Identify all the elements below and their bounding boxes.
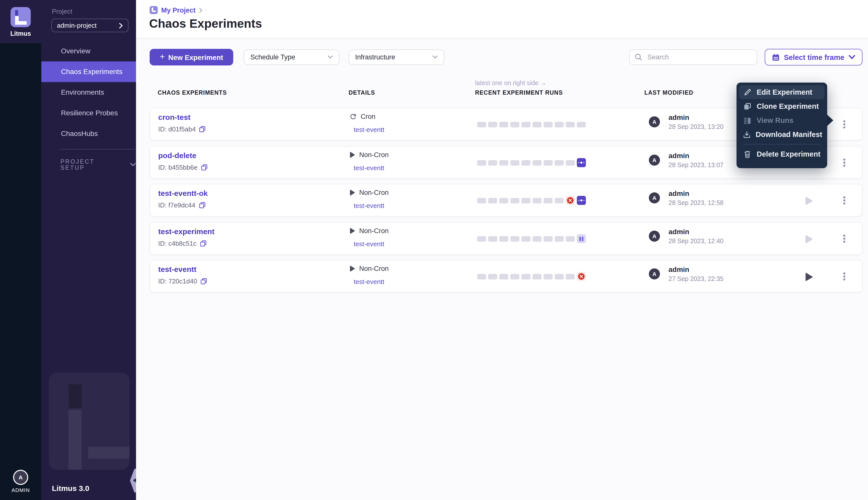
run-status-empty[interactable] — [543, 160, 553, 166]
experiment-name-link[interactable]: pod-delete — [158, 151, 196, 160]
row-menu-kebab-icon[interactable] — [841, 196, 848, 205]
run-status-empty[interactable] — [499, 236, 508, 241]
run-experiment-button[interactable] — [805, 235, 813, 244]
run-status-empty[interactable] — [510, 236, 519, 241]
run-status-empty[interactable] — [488, 236, 497, 241]
time-frame-button[interactable]: Select time frame — [765, 49, 863, 66]
user-avatar[interactable]: A — [13, 470, 28, 485]
run-status-empty[interactable] — [477, 274, 486, 279]
run-status-empty[interactable] — [488, 122, 497, 127]
run-status-empty[interactable] — [510, 198, 519, 203]
run-status-empty[interactable] — [499, 160, 508, 166]
run-status-empty[interactable] — [532, 160, 542, 166]
menu-item-clone-experiment[interactable]: Clone Experiment — [739, 99, 825, 113]
run-status-empty[interactable] — [543, 198, 553, 203]
run-status-empty[interactable] — [510, 274, 519, 279]
run-status-empty[interactable] — [566, 274, 575, 279]
chaoshub-link[interactable]: test-eventt — [354, 278, 384, 285]
run-status-empty[interactable] — [532, 236, 542, 241]
run-status-empty[interactable] — [477, 198, 486, 203]
run-status-empty[interactable] — [510, 160, 519, 166]
chaoshub-link[interactable]: test-eventt — [354, 164, 384, 172]
sidebar-item-chaoshubs[interactable]: ChaosHubs — [41, 123, 136, 144]
copy-icon[interactable] — [200, 240, 206, 247]
run-experiment-button[interactable] — [805, 272, 813, 282]
run-status-paused[interactable] — [577, 234, 586, 243]
menu-item-edit-experiment[interactable]: Edit Experiment — [739, 85, 825, 99]
run-status-empty[interactable] — [555, 236, 564, 241]
chaoshub-link[interactable]: test-eventt — [354, 240, 384, 248]
copy-icon[interactable] — [201, 278, 207, 284]
recent-runs — [477, 234, 586, 243]
project-selector[interactable]: admin-project — [52, 19, 128, 32]
run-status-empty[interactable] — [566, 160, 575, 166]
search-input[interactable] — [646, 53, 752, 61]
chaoshub-link[interactable]: test-eventt — [354, 202, 384, 209]
run-status-empty[interactable] — [488, 198, 497, 203]
run-status-empty[interactable] — [532, 274, 542, 279]
run-status-empty[interactable] — [499, 122, 508, 127]
experiment-name-link[interactable]: test-experiment — [158, 227, 214, 236]
row-menu-kebab-icon[interactable] — [841, 120, 848, 129]
new-experiment-button[interactable]: + New Experiment — [150, 49, 233, 66]
menu-item-delete-experiment[interactable]: Delete Experiment — [739, 147, 825, 161]
run-status-empty[interactable] — [566, 236, 575, 241]
schedule-type-dropdown[interactable]: Schedule Type — [244, 49, 340, 65]
infrastructure-dropdown[interactable]: Infrastructure — [349, 49, 444, 65]
schedule-type: Cron — [350, 113, 375, 120]
row-menu-kebab-icon[interactable] — [841, 272, 848, 282]
run-status-empty[interactable] — [566, 122, 575, 127]
project-setup-section[interactable]: PROJECT SETUP — [60, 159, 136, 171]
run-status-empty[interactable] — [477, 122, 486, 127]
experiment-name-link[interactable]: test-eventt-ok — [158, 189, 208, 197]
run-status-empty[interactable] — [488, 274, 497, 279]
row-menu-kebab-icon[interactable] — [841, 235, 848, 244]
cron-icon — [350, 113, 357, 120]
runs-list-icon — [743, 116, 752, 124]
run-status-empty[interactable] — [555, 160, 564, 166]
run-status-empty[interactable] — [555, 198, 564, 203]
experiment-name-link[interactable]: test-eventt — [158, 265, 196, 273]
run-status-empty[interactable] — [543, 274, 553, 279]
run-status-empty[interactable] — [499, 198, 508, 203]
run-status-empty[interactable] — [521, 160, 530, 166]
menu-item-view-runs[interactable]: View Runs — [739, 113, 825, 127]
run-status-empty[interactable] — [555, 274, 564, 279]
run-status-empty[interactable] — [488, 160, 497, 166]
sidebar-item-resilience-probes[interactable]: Resilience Probes — [41, 103, 136, 123]
run-status-empty[interactable] — [521, 198, 530, 203]
run-status-empty[interactable] — [499, 274, 508, 279]
run-status-empty[interactable] — [521, 236, 530, 241]
experiment-name-link[interactable]: cron-test — [158, 113, 190, 121]
run-status-empty[interactable] — [521, 122, 530, 127]
sidebar-item-chaos-experiments[interactable]: Chaos Experiments — [41, 61, 136, 82]
chaoshub-link[interactable]: test-eventt — [354, 126, 384, 134]
run-status-empty[interactable] — [577, 122, 586, 127]
chevron-right-icon — [199, 7, 203, 13]
run-status-empty[interactable] — [543, 122, 553, 127]
run-status-empty[interactable] — [532, 122, 542, 127]
run-status-empty[interactable] — [543, 236, 553, 241]
sidebar-item-overview[interactable]: Overview — [41, 41, 136, 61]
breadcrumb-my-project[interactable]: My Project — [161, 6, 196, 14]
run-status-failed[interactable] — [577, 272, 586, 281]
run-status-empty[interactable] — [477, 236, 486, 241]
run-status-empty[interactable] — [477, 160, 486, 166]
run-status-failed[interactable] — [566, 196, 575, 205]
run-status-empty[interactable] — [532, 198, 542, 203]
run-status-empty[interactable] — [521, 274, 530, 279]
sidebar-item-environments[interactable]: Environments — [41, 82, 136, 103]
litmus-logo-icon[interactable] — [11, 7, 31, 27]
modified-by: admin — [668, 228, 689, 236]
menu-item-download-manifest[interactable]: Download Manifest — [739, 127, 825, 141]
run-status-empty[interactable] — [510, 122, 519, 127]
run-experiment-button[interactable] — [805, 196, 813, 205]
run-status-running[interactable] — [577, 196, 586, 205]
row-menu-kebab-icon[interactable] — [841, 159, 848, 168]
run-status-empty[interactable] — [555, 122, 564, 127]
chevron-right-icon — [119, 22, 123, 29]
copy-icon[interactable] — [199, 202, 205, 208]
copy-icon[interactable] — [199, 126, 206, 133]
run-status-running[interactable] — [577, 158, 586, 167]
copy-icon[interactable] — [201, 164, 207, 171]
